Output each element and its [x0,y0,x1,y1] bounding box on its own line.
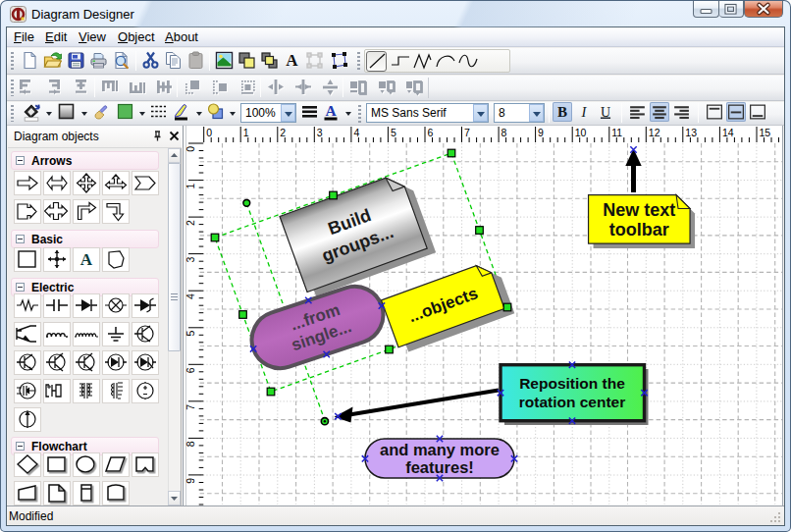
svg-text:7: 7 [185,404,196,410]
svg-text:8: 8 [501,127,507,138]
svg-text:features!: features! [405,458,474,476]
svg-text:3: 3 [317,127,323,138]
svg-text:11: 11 [611,127,622,138]
svg-text:toolbar: toolbar [609,220,669,239]
svg-text:B: B [557,104,567,120]
svg-text:9: 9 [538,127,544,138]
svg-text:4: 4 [353,127,359,138]
svg-text:5: 5 [391,127,396,138]
svg-text:rotation center: rotation center [519,394,626,410]
svg-text:5: 5 [185,331,196,337]
svg-text:U: U [601,105,610,120]
svg-text:12: 12 [649,127,660,138]
svg-text:and many more: and many more [380,441,500,458]
svg-text:6: 6 [428,127,434,138]
svg-text:3: 3 [185,256,196,262]
svg-text:1: 1 [185,183,196,188]
svg-text:9: 9 [185,478,196,484]
svg-text:13: 13 [685,127,697,138]
svg-text:A: A [80,250,93,269]
svg-text:10: 10 [575,127,587,138]
svg-text:6: 6 [185,367,196,373]
svg-text:4: 4 [185,293,196,299]
svg-text:2: 2 [280,127,286,138]
svg-text:7: 7 [464,127,470,138]
svg-text:14: 14 [722,127,734,138]
svg-text:A: A [325,102,337,119]
svg-text:8: 8 [185,441,196,447]
svg-text:15: 15 [760,127,771,138]
svg-text:New text: New text [603,200,675,220]
svg-text:0: 0 [185,146,196,152]
svg-text:2: 2 [185,220,196,226]
svg-text:1: 1 [243,127,249,138]
svg-text:I: I [581,104,588,120]
svg-text:0: 0 [206,127,212,138]
svg-text:A: A [286,51,298,70]
svg-text:Reposition the: Reposition the [519,375,625,392]
